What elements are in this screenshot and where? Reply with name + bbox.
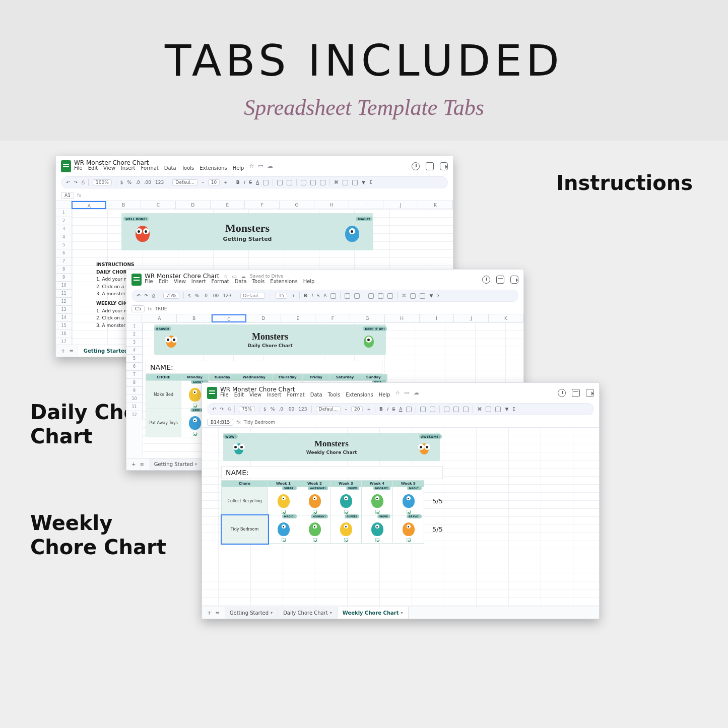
tab-getting-started[interactable]: Getting Started▾: [225, 607, 278, 619]
all-sheets-button[interactable]: ≡: [215, 610, 219, 616]
menu-bar: FileEditViewInsertFormatDataToolsExtensi…: [145, 279, 314, 286]
comments-icon[interactable]: [496, 276, 504, 284]
halign-button[interactable]: [301, 180, 306, 185]
comments-icon[interactable]: [426, 162, 434, 170]
sheets-logo-icon: [131, 274, 142, 286]
add-sheet-button[interactable]: +: [61, 348, 65, 354]
monster-red-icon: WELL DONE!: [130, 220, 155, 244]
banner-daily: BRAVO! Monsters Daily Chore Chart KEEP I…: [154, 324, 386, 355]
move-icon[interactable]: ▭: [258, 163, 263, 169]
borders-button[interactable]: [277, 180, 283, 185]
move-icon[interactable]: ▭: [232, 274, 237, 279]
merge-button[interactable]: [287, 180, 292, 185]
column-headers: A BCDEFGHIJK: [56, 201, 453, 209]
window-weekly: WR Monster Chore Chart FileEditViewInser…: [202, 382, 600, 619]
menu-tools[interactable]: Tools: [182, 165, 194, 171]
formula-bar[interactable]: Tidy Bedroom: [244, 420, 275, 425]
monster-blue-icon: MAGIC!: [340, 220, 364, 244]
label-instructions: Instructions: [556, 171, 693, 195]
formula-bar[interactable]: TRUE: [155, 306, 167, 311]
zoom-select[interactable]: 100%: [93, 179, 112, 185]
hero: TABS INCLUDED Spreadsheet Template Tabs: [0, 0, 728, 141]
strike-button[interactable]: S: [249, 180, 252, 185]
row-headers: 1234567891011121314151617: [56, 209, 72, 352]
history-icon[interactable]: [482, 276, 490, 284]
chore-tidy-bedroom[interactable]: Tidy Bedroom: [222, 515, 268, 544]
banner-instructions: WELL DONE! Monsters Getting Started MAGI…: [121, 213, 373, 250]
all-sheets-button[interactable]: ≡: [140, 461, 144, 467]
history-icon[interactable]: [558, 389, 566, 397]
monster-green-icon: KEEP IT UP!: [359, 329, 379, 350]
font-select[interactable]: Defaul...: [172, 179, 197, 185]
name-box[interactable]: C5: [131, 305, 145, 312]
name-box[interactable]: A1: [61, 192, 74, 199]
menu-format[interactable]: Format: [141, 165, 159, 171]
score-row-2: 5/5: [424, 515, 444, 544]
fill-button[interactable]: [263, 180, 269, 185]
menu-file[interactable]: File: [74, 165, 83, 171]
monster-teal-icon: WOW!: [229, 437, 248, 456]
score-row-1: 5/5: [424, 487, 444, 515]
name-field[interactable]: NAME:: [146, 361, 382, 374]
weekly-chore-table: Chore Week 1 Week 2 Week 3 Week 4 Week 5…: [221, 480, 444, 544]
menu-view[interactable]: View: [103, 165, 115, 171]
label-weekly: Weekly Chore Chart: [30, 511, 171, 559]
toolbar: ↶ ↷ ⎙ 100% $%.0.00123 Defaul... –10+ B I…: [61, 176, 448, 188]
hero-title: TABS INCLUDED: [20, 35, 708, 86]
valign-button[interactable]: [310, 180, 316, 185]
meet-icon[interactable]: [586, 389, 594, 397]
name-box[interactable]: B14:B15: [207, 419, 233, 426]
toolbar: ↶↷⎙ 75% $%.0.00123 Defaul... –15+ BISA ⌘…: [131, 290, 518, 302]
comments-icon[interactable]: [572, 389, 580, 397]
name-field[interactable]: NAME:: [221, 466, 443, 479]
menu-edit[interactable]: Edit: [88, 165, 98, 171]
zoom-select[interactable]: 75%: [163, 293, 179, 299]
tab-daily[interactable]: Daily Chore Chart▾: [278, 607, 338, 619]
tab-weekly[interactable]: Weekly Chore Chart▾: [338, 607, 409, 619]
monster-orange-icon: BRAVO!: [161, 329, 181, 350]
tab-getting-started[interactable]: Getting Started▾: [149, 458, 203, 470]
meet-icon[interactable]: [510, 276, 518, 284]
filter-icon[interactable]: ▼: [362, 180, 365, 185]
cloud-icon[interactable]: ☁: [414, 389, 419, 396]
saved-to-drive: Saved to Drive: [250, 274, 284, 279]
hero-subtitle: Spreadsheet Template Tabs: [20, 95, 708, 120]
menu-insert[interactable]: Insert: [121, 165, 136, 171]
sheets-logo-icon: [61, 160, 71, 172]
cloud-icon[interactable]: ☁: [241, 274, 246, 279]
star-icon[interactable]: ☆: [249, 163, 254, 169]
comment-icon[interactable]: [343, 180, 348, 185]
chart-icon[interactable]: [352, 180, 358, 185]
week-checkbox[interactable]: [282, 510, 286, 514]
star-icon[interactable]: ☆: [224, 274, 228, 279]
chore-put-away-toys[interactable]: Put Away Toys: [146, 409, 181, 437]
redo-icon[interactable]: ↷: [74, 180, 78, 185]
monster-orange-icon: AWESOME!: [415, 437, 434, 456]
banner-weekly: WOW! Monsters Weekly Chore Chart AWESOME…: [223, 433, 440, 461]
history-icon[interactable]: [412, 162, 420, 170]
wrap-button[interactable]: [320, 180, 325, 185]
chore-checkbox[interactable]: [193, 404, 197, 408]
fontsize-input[interactable]: 10: [208, 179, 220, 185]
menu-help[interactable]: Help: [233, 165, 244, 171]
zoom-select[interactable]: 75%: [239, 406, 255, 412]
underline-button[interactable]: A: [256, 180, 259, 185]
meet-icon[interactable]: [440, 162, 448, 170]
chore-collect-recycling[interactable]: Collect Recycling: [222, 487, 268, 515]
cloud-icon[interactable]: ☁: [268, 163, 273, 169]
link-icon[interactable]: ⌘: [334, 180, 339, 185]
italic-button[interactable]: I: [244, 180, 245, 185]
undo-icon[interactable]: ↶: [66, 180, 70, 185]
chore-make-bed[interactable]: Make Bed: [146, 381, 181, 409]
add-sheet-button[interactable]: +: [207, 610, 211, 616]
fx-icon: fx: [77, 193, 82, 198]
menu-data[interactable]: Data: [164, 165, 176, 171]
all-sheets-button[interactable]: ≡: [69, 348, 73, 354]
print-icon[interactable]: ⎙: [82, 180, 84, 185]
bold-button[interactable]: B: [236, 180, 240, 185]
add-sheet-button[interactable]: +: [131, 461, 136, 467]
stage: Instructions Daily Chore Chart Weekly Ch…: [0, 141, 728, 695]
star-icon[interactable]: ☆: [395, 389, 400, 396]
move-icon[interactable]: ▭: [404, 389, 409, 396]
menu-extensions[interactable]: Extensions: [200, 165, 227, 171]
